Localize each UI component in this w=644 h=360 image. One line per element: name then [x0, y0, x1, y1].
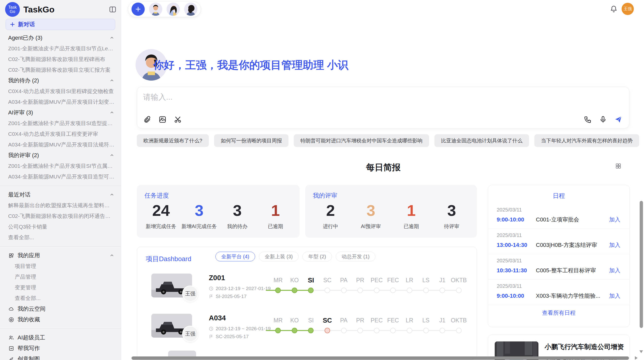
join-link[interactable]: 加入	[609, 267, 620, 274]
view-all-schedule-link[interactable]: 查看所有日程	[488, 309, 630, 317]
view-all-chats-link[interactable]: 查看全部...	[0, 232, 121, 243]
milestone-dot	[390, 328, 396, 333]
avatar[interactable]	[167, 3, 180, 16]
milestone-label: PEC	[369, 316, 385, 325]
section-recent-chats[interactable]: 最近对话	[0, 189, 121, 200]
microphone-icon[interactable]	[599, 115, 607, 124]
flag-icon	[209, 294, 213, 299]
schedule-name: C001-立项审批会	[536, 216, 606, 223]
scroll-down-arrow[interactable]	[639, 350, 643, 353]
conversation-item[interactable]: C0X4-动力总成开发项目工程变更评审	[0, 129, 121, 139]
my-favorites[interactable]: 我的收藏	[0, 314, 121, 325]
logo-text-top: Task	[8, 5, 17, 9]
conversation-item[interactable]: Z001-全新燃油轻卡产品开发项目SI节点属性5D文件评审	[0, 161, 121, 171]
milestone-timeline: MR KO SI SC PA PR PEC FEC LR LS J1 OKTB	[270, 276, 468, 297]
milestone-label: PR	[352, 316, 369, 325]
phone-call-icon[interactable]	[584, 115, 592, 124]
schedule-item: 2025/03/11 9:00-10:00 C001-立项审批会 加入	[488, 203, 630, 229]
join-link[interactable]: 加入	[609, 292, 620, 300]
new-chat-button[interactable]: 新对话	[6, 19, 115, 30]
suggestion-chip[interactable]: 比亚迪全固态电池计划具体说了什么	[434, 134, 529, 147]
horizontal-scrollbar[interactable]	[131, 356, 629, 360]
notification-bell-icon[interactable]	[610, 5, 618, 13]
schedule-date: 2025/03/11	[497, 258, 620, 264]
card-title: 任务进度	[144, 191, 169, 200]
app-item-change-mgmt[interactable]: 变更管理	[0, 282, 121, 293]
divider	[0, 186, 121, 186]
conversation-item[interactable]: C02-飞腾新能源轻客改款项目里程碑画布	[0, 54, 121, 65]
tool-creative-drawing[interactable]: 创意制图	[0, 354, 121, 360]
suggestion-chip[interactable]: 特朗普可能对进口汽车增税会对中国车企造成哪些影响	[294, 134, 429, 147]
suggestion-chip[interactable]: 欧洲新规最近颁布了什么?	[137, 134, 209, 147]
avatar[interactable]	[184, 3, 197, 16]
tab-powertrain[interactable]: 动总开发 (1)	[336, 252, 375, 261]
sidebar-collapse-icon[interactable]	[109, 6, 116, 13]
milestone-label: OKTB	[451, 276, 467, 284]
chat-input[interactable]	[143, 92, 550, 107]
milestone-label: KO	[286, 316, 303, 325]
conversation-item[interactable]: 解释最新出台的欧盟报废车法规再生塑料比例被调至15%...	[0, 200, 121, 211]
attachment-icon[interactable]	[143, 115, 151, 124]
conversation-item[interactable]: 公司Q3轻卡销量	[0, 221, 121, 232]
milestone-label: SC	[319, 316, 336, 325]
join-link[interactable]: 加入	[609, 241, 620, 249]
section-my-todo[interactable]: 我的待办 (2)	[0, 75, 121, 86]
owner-name: 王强	[185, 331, 195, 337]
schedule-date: 2025/03/11	[497, 232, 620, 238]
dashboard-title: 项目Dashboard	[146, 254, 191, 263]
project-row[interactable]: 王强 A034 2023-12-19 ~ 2026-01-19 SC-2025-…	[137, 312, 477, 353]
project-dashboard-card: 项目Dashboard 全新平台 (4) 全新上装 (3) 年型 (2) 动总开…	[137, 247, 477, 360]
join-link[interactable]: 加入	[609, 216, 620, 223]
avatar[interactable]	[149, 3, 162, 16]
view-all-apps-link[interactable]: 查看全部...	[0, 293, 121, 304]
image-icon[interactable]	[158, 115, 167, 124]
news-card[interactable]: 小鹏飞行汽车制造公司增资 天眼查 App 显示，近日广州汇天飞行汽...	[488, 335, 630, 360]
project-row[interactable]: 王强 Z001 2023-12-19 ~ 2027-01-19 SI-2025-…	[137, 272, 477, 312]
conversation-item[interactable]: C0X4-动力总成开发项目SI里程碑提交物检查	[0, 86, 121, 97]
app-item-product-mgmt[interactable]: 产品管理	[0, 272, 121, 282]
tab-new-platform[interactable]: 全新平台 (4)	[215, 252, 255, 261]
conversation-item[interactable]: Z001-全新燃油皮卡产品开发项目SI节点Lesson Learn报告	[0, 43, 121, 54]
app-item-project-mgmt[interactable]: 项目管理	[0, 261, 121, 272]
conversation-item[interactable]: C02-飞腾新能源轻客改款项目的闭环通告反馈情况	[0, 211, 121, 221]
tab-new-body[interactable]: 全新上装 (3)	[259, 252, 299, 261]
vertical-scrollbar[interactable]	[640, 201, 643, 328]
schedule-date: 2025/03/11	[497, 283, 620, 289]
milestone-dot	[275, 288, 281, 293]
conversation-item[interactable]: A034-全新新能源MUV产品开发项目造型可行性评审	[0, 171, 121, 182]
tool-help-me-write[interactable]: 帮我写作	[0, 343, 121, 354]
scissors-icon[interactable]	[174, 115, 182, 124]
suggestion-chip[interactable]: 当下年轻人对汽车外观有怎样的喜好趋势	[534, 134, 639, 147]
conversation-item[interactable]: A034-全新新能源MUV产品开发项目法规符合性评审	[0, 139, 121, 150]
tab-model-year[interactable]: 年型 (2)	[302, 252, 332, 261]
milestone-dot	[390, 288, 396, 293]
section-agent-done[interactable]: Agent已办 (3)	[0, 33, 121, 43]
my-review-card: 我的评审 2 进行中 3 AI预评审 1 已逾期 3 待评审	[305, 185, 477, 238]
my-apps-header[interactable]: 我的应用	[0, 250, 121, 261]
section-ai-review[interactable]: AI评审 (3)	[0, 107, 121, 118]
milestone-label: SC	[319, 276, 336, 284]
conversation-item[interactable]: Z001-全新燃油轻卡产品开发项目SI造型提交物评审	[0, 118, 121, 129]
section-my-review[interactable]: 我的评审 (2)	[0, 150, 121, 161]
stat-label: 待评审	[431, 223, 472, 230]
milestone-dot	[308, 328, 314, 333]
suggestion-chip[interactable]: 如何写一份清晰的项目周报	[214, 134, 288, 147]
scroll-right-arrow[interactable]	[635, 356, 638, 360]
daily-briefing-title: 每日简报	[137, 162, 630, 173]
project-date-range: 2023-12-19 ~ 2027-01-19	[216, 286, 271, 291]
quill-pen-icon	[8, 356, 14, 360]
schedule-name: C003|H0B-方案冻结评审	[536, 241, 606, 249]
my-cloud-space[interactable]: 我的云空间	[0, 304, 121, 314]
add-conversation-button[interactable]	[131, 3, 145, 16]
conversation-item[interactable]: C02-飞腾新能源轻客改款项目立项汇报方案	[0, 65, 121, 75]
conversation-item[interactable]: A034-全新新能源MUV产品开发项目计划变更表编写	[0, 97, 121, 107]
send-icon[interactable]	[614, 115, 622, 124]
milestone-dot	[423, 328, 429, 333]
milestone-label: OKTB	[451, 316, 467, 325]
user-avatar[interactable]: 王强	[622, 3, 634, 15]
app-title: TaskGo	[23, 5, 54, 14]
stat-value: 3	[351, 202, 391, 219]
schedule-card: 日程 2025/03/11 9:00-10:00 C001-立项审批会 加入 2…	[488, 185, 630, 327]
layout-grid-icon[interactable]	[615, 163, 622, 169]
tool-ai-super-staff[interactable]: AI超级员工	[0, 332, 121, 343]
